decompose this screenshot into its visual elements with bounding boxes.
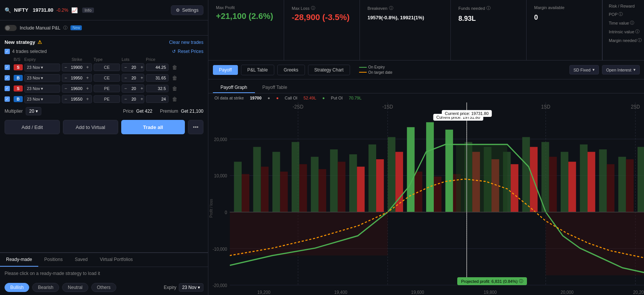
strike-control[interactable]: − 19900 + [62, 63, 92, 71]
lots-control[interactable]: − 20 + [122, 84, 144, 93]
table-row: ✓ S 23 Nov ▾ − 19900 + CE − 20 + 🗑 [5, 63, 203, 71]
settings-button[interactable]: ⚙ Settings [171, 5, 203, 15]
price-input[interactable] [146, 64, 169, 71]
delete-row-button[interactable]: 🗑 [170, 75, 179, 81]
strike-increase-button[interactable]: + [84, 85, 91, 92]
max-loss-info-icon[interactable]: ⓘ [311, 5, 315, 11]
expiry-select[interactable]: 23 Nov ▾ [24, 85, 60, 93]
rr-row: Risk / Reward 1.4 [609, 4, 644, 8]
multiplier-select[interactable]: 20 ▾ [26, 107, 41, 115]
margin-needed-info-icon[interactable]: ⓘ [638, 37, 642, 43]
delete-row-button[interactable]: 🗑 [170, 64, 179, 70]
strike-increase-button[interactable]: + [84, 64, 91, 71]
strike-increase-button[interactable]: + [84, 95, 91, 103]
tab-virtual-portfolios[interactable]: Virtual Portfolios [94, 253, 139, 267]
price-input[interactable] [146, 85, 169, 92]
reset-prices-button[interactable]: ↺ Reset Prices [172, 49, 203, 54]
manual-pnl-info-icon[interactable]: ⓘ [63, 25, 67, 31]
lots-decrease-button[interactable]: − [122, 95, 129, 103]
strike-decrease-button[interactable]: − [62, 85, 69, 92]
chart-toolbar: Payoff P&L Table Greeks Strategy Chart O… [208, 61, 644, 79]
bottom-tabs: Ready-made Positions Saved Virtual Portf… [0, 253, 208, 267]
price-input[interactable] [146, 74, 169, 82]
expiry-select[interactable]: 23 Nov ▾ [24, 74, 60, 82]
zoom-out-button[interactable]: 🔍 Zoom out [643, 65, 644, 74]
trade-all-button[interactable]: Trade all [121, 120, 185, 134]
payoff-table-tab[interactable]: Payoff Table [255, 82, 295, 93]
bs-badge: B [14, 96, 23, 102]
breakeven-value: 19579(-0.8%), 19921(1%) [367, 15, 443, 20]
payoff-graph-tab[interactable]: Payoff Graph [213, 82, 255, 93]
settings-label: Settings [182, 8, 199, 13]
pop-info-icon[interactable]: ⓘ [619, 11, 623, 17]
strike-decrease-button[interactable]: − [62, 64, 69, 71]
trade-checkbox[interactable]: ✓ [5, 86, 10, 91]
lots-control[interactable]: − 20 + [122, 95, 144, 103]
expiry-select[interactable]: 23 Nov ▾ [24, 95, 60, 103]
clear-new-trades-button[interactable]: Clear new trades [169, 40, 203, 45]
breakeven-info-icon[interactable]: ⓘ [389, 5, 393, 11]
add-to-virtual-button[interactable]: Add to Virtual [63, 120, 118, 134]
payoff-chart-svg: -2SD -1SD 1SD 2SD [208, 102, 644, 295]
table-row: ✓ S 23 Nov ▾ − 19600 + PE − 20 + 🗑 [5, 84, 203, 93]
time-value-info-icon[interactable]: ⓘ [630, 20, 634, 26]
lots-decrease-button[interactable]: − [122, 74, 129, 82]
oi-separator: ● [267, 96, 270, 100]
chart-tab-pl-table[interactable]: P&L Table [241, 65, 274, 75]
projected-profit-tag: Projected profit: 6,831 (0.84%) ⓘ [457, 277, 527, 285]
margin-needed-row: Margin needed ⓘ 8.17L [609, 37, 644, 43]
strike-increase-button[interactable]: + [84, 74, 91, 82]
intrinsic-info-icon[interactable]: ⓘ [635, 29, 639, 34]
delete-row-button[interactable]: 🗑 [170, 96, 179, 102]
strike-decrease-button[interactable]: − [62, 95, 69, 103]
chart-tab-strategy[interactable]: Strategy Chart [308, 65, 350, 75]
col-bs: B/S [14, 57, 23, 62]
expiry-select[interactable]: 23 Nov ▾ [179, 283, 203, 292]
strike-control[interactable]: − 19550 + [62, 95, 92, 103]
all-trades-checkbox[interactable]: ✓ [5, 49, 10, 54]
tab-saved[interactable]: Saved [69, 253, 94, 267]
filter-bearish[interactable]: Bearish [32, 283, 59, 292]
chart-tab-payoff[interactable]: Payoff [213, 65, 238, 75]
add-edit-button[interactable]: Add / Edit [5, 120, 60, 134]
trade-checkbox[interactable]: ✓ [5, 96, 10, 102]
sd-fixed-button[interactable]: SD Fixed ▾ [569, 65, 599, 75]
lots-decrease-button[interactable]: − [122, 85, 129, 92]
tab-positions[interactable]: Positions [38, 253, 69, 267]
expiry-select[interactable]: 23 Nov ▾ [24, 64, 60, 71]
expiry-value: 23 Nov [27, 97, 40, 101]
info-badge[interactable]: Info [82, 8, 94, 13]
more-button[interactable]: ••• [188, 120, 203, 134]
lots-increase-button[interactable]: + [138, 85, 144, 92]
filter-neutral[interactable]: Neutral [62, 283, 88, 292]
manual-pnl-toggle[interactable] [5, 25, 17, 31]
reset-icon: ↺ [172, 49, 176, 54]
funds-info-icon[interactable]: ⓘ [486, 5, 491, 11]
strike-control[interactable]: − 19600 + [62, 84, 92, 93]
lots-increase-button[interactable]: + [138, 95, 144, 103]
info-circle-icon[interactable]: ⓘ [519, 278, 523, 284]
lots-increase-button[interactable]: + [138, 74, 144, 82]
strike-decrease-button[interactable]: − [62, 74, 69, 82]
chart-tab-greeks[interactable]: Greeks [277, 65, 305, 75]
open-interest-button[interactable]: Open Interest ▾ [602, 65, 640, 75]
lots-control[interactable]: − 20 + [122, 74, 144, 82]
strike-value: 19900 [69, 64, 84, 71]
left-panel: 🔍 NIFTY 19731.80 -0.2% 📈 Info ⚙ Settings… [0, 0, 208, 295]
type-badge: PE [94, 85, 120, 92]
trade-checkbox[interactable]: ✓ [5, 65, 10, 70]
lots-increase-button[interactable]: + [138, 64, 144, 71]
strike-control[interactable]: − 19950 + [62, 74, 92, 82]
price-input[interactable] [146, 95, 169, 103]
warning-icon: ⚠ [38, 39, 42, 45]
strategy-title-text: New strategy [5, 39, 35, 45]
tab-ready-made[interactable]: Ready-made [0, 253, 38, 267]
delete-row-button[interactable]: 🗑 [170, 85, 179, 92]
max-profit-label: Max Profit [216, 5, 276, 10]
lots-decrease-button[interactable]: − [122, 64, 129, 71]
lots-control[interactable]: − 20 + [122, 63, 144, 71]
symbol-name: NIFTY [14, 7, 28, 13]
trade-checkbox[interactable]: ✓ [5, 75, 10, 81]
filter-bullish[interactable]: Bullish [5, 283, 29, 292]
filter-others[interactable]: Others [91, 283, 116, 292]
